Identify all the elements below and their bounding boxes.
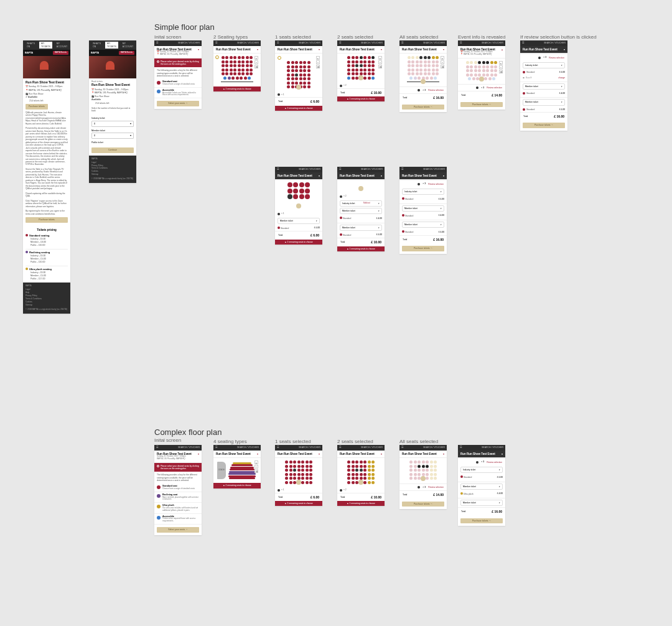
purchase-tickets-button-2[interactable]: Purchase tickets → (460, 102, 503, 108)
price-std-public: Public - £10.00 (30, 244, 68, 247)
tab-myaccount-2[interactable]: MY ACCOUNT (121, 42, 135, 49)
col-initial: Inital screen (154, 34, 181, 40)
booking-intro: Select the number of tickets that you wi… (91, 107, 134, 113)
screen-c-map: ☰SEARCH / VOUCHER ▾Run Run Show Test Eve… (213, 445, 261, 488)
label-public: Public ticket (91, 141, 134, 144)
tab-myaccount[interactable]: MY ACCOUNT (55, 42, 69, 49)
seat-type-ultra: Ultra plush seating (29, 268, 52, 271)
stage-label: STAGE (217, 462, 226, 479)
screen-c-initial: ☰SEARCH / VOUCHER ▾Run Run Show Test Eve… (154, 445, 202, 535)
col-allsel-c: All seats selected (399, 439, 438, 444)
event-header-collapsed[interactable]: ▾Run Run Show Test Event (213, 46, 261, 54)
seat-type-reclining: Reclining seating (29, 251, 50, 254)
purchase-button-2[interactable]: Purchase tickets (26, 217, 68, 223)
col-allsel: All seats selected (399, 34, 438, 40)
footer-2: BAFTA LegalPrivacy PolicyTerms & Conditi… (89, 156, 136, 183)
ticket-select-member[interactable]: Member ticket▾ (523, 83, 565, 90)
event-series-2: 🎬 Run Run Show (91, 95, 134, 98)
screen-book-tickets: WHAT'S ON MY TICKETS MY ACCOUNT BAFTABAF… (89, 40, 136, 183)
key-intro: The following provides a key for the dif… (154, 67, 202, 79)
zoom-out[interactable]: − (254, 60, 258, 64)
event-date: 📅 Sunday, 31 October 2021 - 9:00pm (26, 85, 68, 88)
price-rec-public: Public - £10.00 (30, 261, 68, 264)
select-member[interactable]: 0▾ (91, 133, 134, 139)
events-button[interactable]: BAFTA Events (53, 51, 68, 55)
event-header[interactable]: ▾ Run Run Show Test Event 📅 Sunday, 31 O… (154, 46, 202, 59)
col-review: If review selection button is clicked (520, 34, 597, 40)
seat-type-standard: Standard seating (29, 234, 49, 237)
search-voucher[interactable]: SEARCH / VOUCHER (178, 42, 200, 45)
purchase-tickets-button[interactable]: Purchase tickets → (402, 105, 444, 110)
screen-c-review: ☰SEARCH / VOUCHER ▾Run Run Show Test Eve… (458, 445, 505, 526)
tab-whatson-2[interactable]: WHAT'S ON (91, 42, 103, 49)
col-initial-c: Inital screen (154, 437, 181, 443)
tab-whatson[interactable]: WHAT'S ON (25, 42, 37, 49)
event-hero-2 (89, 56, 136, 78)
continue-button[interactable]: Continue (91, 147, 134, 153)
ticket-select-industry[interactable]: Industry ticket▾ (523, 62, 565, 68)
select-industry[interactable]: 0▾ (91, 121, 134, 127)
section-complex: Complex floor plan (154, 427, 222, 437)
event-date-2: 📅 Sunday, 31 October 2021 - 9:00pm (91, 88, 134, 91)
event-desc-1: Q&A with presenter Jack Harries, climate… (26, 111, 68, 125)
screen-s-initial: ☰SEARCH / VOUCHER ▾ Run Run Show Test Ev… (154, 40, 202, 109)
col-info: Event info is revealed (458, 34, 506, 40)
event-avail-2: Available (91, 98, 101, 101)
event-venue: 📍 BAFTA, 195 Piccadilly, BAFTA HQ (26, 89, 68, 92)
footer-link-legal[interactable]: Legal (26, 289, 68, 291)
screen-c-1sel: ☰SEARCH / VOUCHER ▾Run Run Show Test Eve… (275, 445, 322, 506)
menu-icon[interactable]: ☰ (215, 42, 218, 45)
screen-c-allsel: ☰SEARCH / VOUCHER ▾Run Run Show Test Eve… (399, 445, 447, 509)
event-desc-6: By registering for the event, you agree … (26, 210, 68, 215)
col-4types: 4 seating types (213, 439, 247, 444)
purchase-tickets-button-3[interactable]: Purchase tickets → (523, 123, 565, 128)
seat-map[interactable]: i (213, 54, 261, 86)
seat-dot-standard (26, 234, 28, 236)
tab-mytickets-2[interactable]: MY TICKETS (105, 42, 118, 49)
purchase-button[interactable]: Purchase tickets (26, 104, 48, 110)
col-1sel-c: 1 seats selected (275, 439, 311, 444)
review-link[interactable]: Review selection (428, 89, 444, 91)
scroll-indicator (296, 85, 301, 90)
nav-tabs: WHAT'S ON MY TICKETS MY ACCOUNT (23, 40, 70, 50)
zoom-reset[interactable]: ⊡ (254, 65, 258, 68)
screen-s-allsel-scroll: ☰SEARCH / VOUCHER ▾Run Run Show Test Eve… (399, 167, 447, 254)
pricing-block: Tickets pricing Standard seating Industr… (23, 227, 70, 283)
select-seats-button[interactable]: Select your seats → (157, 101, 199, 106)
event-series: 🎬 Run Run Show (26, 93, 68, 96)
brand-bar: BAFTA BAFTA Events (23, 50, 70, 56)
event-desc-5: Click 'Register' to gain access to the Z… (26, 200, 68, 208)
screen-s-allsel: ☰SEARCH / VOUCHER ▾Run Run Show Test Eve… (399, 40, 447, 112)
event-hero-image (23, 56, 70, 78)
seat-dot-ultra (26, 268, 28, 270)
event-desc-4: Closed captioning will be available duri… (26, 192, 68, 198)
col-2sel: 2 seats selected (337, 34, 373, 40)
screen-bar (221, 82, 253, 82)
col-1sel: 1 seats selected (275, 34, 311, 40)
tab-mytickets[interactable]: MY TICKETS (39, 42, 52, 49)
footer: BAFTA Legal Help Privacy Policy Terms & … (23, 283, 70, 313)
remaining-bar: ▲ 2 remaining seats to choose (213, 86, 261, 91)
event-avail-count: 214 tickets left (29, 100, 68, 103)
zoom-in[interactable]: + (254, 56, 258, 60)
screen-s-2sel-scroll: ☰SEARCH / VOUCHER ▾Run Run Show Test Eve… (337, 167, 385, 251)
price-ult-public: Public - £17.00 (30, 278, 68, 281)
screen-s-1sel-scroll: ☰SEARCH / VOUCHER ▾Run Run Show Test Eve… (275, 167, 322, 245)
footer-crest: BAFTA (26, 285, 68, 287)
label-industry: Industry ticket (91, 117, 134, 120)
events-button-2[interactable]: BAFTA Events (119, 51, 134, 55)
section-simple: Simple floor plan (154, 22, 215, 32)
event-desc-2: Presented by documentary-maker and clima… (26, 127, 68, 166)
chevron-down-icon: ▾ (198, 48, 199, 51)
event-venue-2: 📍 BAFTA, 195 Piccadilly, BAFTA HQ (91, 91, 134, 95)
screen-s-info: ☰SEARCH / VOUCHER ▴ Run Run Show Test Ev… (458, 40, 505, 110)
screen-s-map: ☰SEARCH / VOUCHER ▾Run Run Show Test Eve… (213, 40, 261, 91)
col-2types: 2 Seating types (213, 34, 248, 40)
screen-event-detail: WHAT'S ON MY TICKETS MY ACCOUNT BAFTA BA… (23, 40, 70, 314)
footer-link-sitemap[interactable]: Sitemap (26, 304, 68, 307)
screen-s-2sel: ☰SEARCH / VOUCHER ▾Run Run Show Test Eve… (337, 40, 385, 101)
event-avail: ✔ Available (26, 96, 68, 99)
col-2sel-c: 2 seats selected (337, 439, 373, 444)
total-label: Total (278, 100, 282, 103)
menu-icon[interactable]: ☰ (156, 42, 159, 45)
